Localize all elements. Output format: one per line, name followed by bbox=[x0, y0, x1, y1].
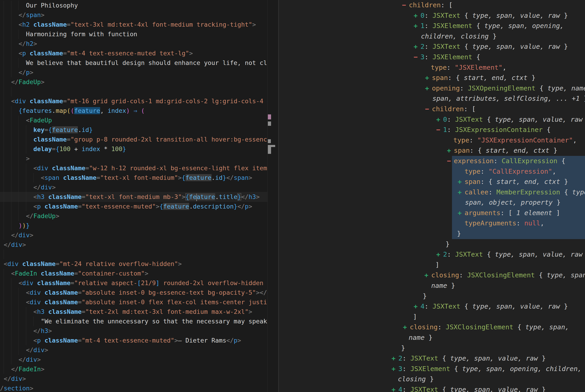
code-line[interactable]: </p> bbox=[0, 68, 267, 77]
code-line[interactable]: </h3> bbox=[0, 326, 267, 336]
ast-panel[interactable]: −children: [+0: JSXText { type, span, va… bbox=[279, 0, 585, 392]
expand-toggle-icon[interactable]: + bbox=[458, 177, 465, 187]
expand-toggle-icon[interactable]: + bbox=[436, 114, 443, 125]
code-line[interactable]: <h3 className="text-2xl md:text-3xl font… bbox=[0, 307, 267, 316]
collapse-toggle-icon[interactable]: − bbox=[425, 104, 432, 114]
ast-line[interactable]: +3: JSXElement { type, span, opening, ch… bbox=[279, 364, 585, 374]
expand-toggle-icon[interactable]: + bbox=[447, 146, 454, 156]
ast-line[interactable]: +arguments: [ 1 element ] bbox=[279, 208, 585, 218]
code-line[interactable]: </div> bbox=[0, 230, 267, 240]
code-line-current[interactable]: <h3 className="text-xl font-medium mb-3"… bbox=[0, 192, 267, 202]
code-line[interactable]: </div> bbox=[0, 240, 267, 250]
collapse-toggle-icon[interactable]: − bbox=[414, 52, 421, 62]
ast-line[interactable]: type: "CallExpression", bbox=[279, 166, 585, 177]
ast-line[interactable]: +opening: JSXOpeningElement { type, name… bbox=[279, 83, 585, 94]
code-line[interactable]: /section> bbox=[0, 384, 267, 392]
ast-line[interactable]: ] bbox=[279, 260, 585, 270]
ast-line[interactable]: +span: { start, end, ctxt } bbox=[279, 73, 585, 83]
code-line[interactable]: </div> bbox=[0, 182, 267, 192]
expand-toggle-icon[interactable]: + bbox=[414, 21, 421, 31]
code-line[interactable] bbox=[0, 250, 267, 259]
code-line[interactable]: > bbox=[0, 154, 267, 164]
expand-toggle-icon[interactable]: + bbox=[403, 322, 410, 332]
expand-toggle-icon[interactable]: + bbox=[458, 187, 465, 198]
code-line[interactable]: We believe that beautiful design should … bbox=[0, 58, 267, 68]
expand-toggle-icon[interactable]: + bbox=[414, 10, 421, 21]
ast-line[interactable]: +4: JSXText { type, span, value, raw } bbox=[279, 384, 585, 392]
ast-line[interactable]: span, attributes, selfClosing, ... +1 } bbox=[279, 94, 585, 104]
ast-line[interactable]: +1: JSXElement { type, span, opening, bbox=[279, 21, 585, 31]
expand-toggle-icon[interactable]: + bbox=[425, 73, 432, 83]
code-line[interactable]: {features.map((feature, index) ⇒ ( bbox=[0, 106, 267, 116]
ast-line[interactable]: name } bbox=[279, 332, 585, 343]
ast-line[interactable]: −3: JSXElement { bbox=[279, 52, 585, 62]
code-line[interactable]: <FadeUp bbox=[0, 116, 267, 125]
ast-line[interactable]: +0: JSXText { type, span, value, raw } bbox=[279, 114, 585, 125]
expand-toggle-icon[interactable]: + bbox=[414, 42, 421, 52]
expand-toggle-icon[interactable]: + bbox=[392, 364, 398, 374]
code-line[interactable]: className="group p-8 rounded-2xl transit… bbox=[0, 135, 267, 144]
ast-line[interactable]: +2: JSXText { type, span, value, raw } bbox=[279, 42, 585, 52]
code-editor-panel[interactable]: Our Philosophy </span> <h2 className="te… bbox=[0, 0, 267, 392]
ast-line[interactable]: closing } bbox=[279, 374, 585, 384]
code-line[interactable]: <FadeIn className="container-custom"> bbox=[0, 269, 267, 278]
code-line[interactable]: </div> bbox=[0, 345, 267, 355]
ast-line[interactable]: } bbox=[279, 239, 585, 250]
ast-line[interactable]: +callee: MemberExpression { type, bbox=[279, 187, 585, 198]
expand-toggle-icon[interactable]: + bbox=[425, 83, 432, 94]
ast-line[interactable]: +2: JSXText { type, span, value, raw } bbox=[279, 353, 585, 364]
code-line[interactable]: </h2> bbox=[0, 39, 267, 48]
code-line[interactable]: <div className="absolute inset-0 bg-esse… bbox=[0, 288, 267, 298]
code-line[interactable]: <p className="mt-4 text-essence-muted te… bbox=[0, 48, 267, 58]
code-line[interactable]: delay={100 + index * 100} bbox=[0, 144, 267, 154]
ast-line[interactable]: −children: [ bbox=[279, 0, 585, 10]
code-line[interactable]: <h2 className="text-3xl md:text-4xl font… bbox=[0, 20, 267, 30]
ast-line[interactable]: } bbox=[279, 291, 585, 302]
ast-line[interactable]: name } bbox=[279, 280, 585, 291]
ast-line[interactable]: +0: JSXText { type, span, value, raw } bbox=[279, 10, 585, 21]
ast-line[interactable]: } bbox=[279, 228, 585, 239]
ast-line[interactable]: typeArguments: null, bbox=[279, 218, 585, 228]
expand-toggle-icon[interactable]: + bbox=[424, 270, 431, 280]
collapse-toggle-icon[interactable]: − bbox=[447, 156, 454, 166]
code-line[interactable]: </span> bbox=[0, 10, 267, 20]
ast-line[interactable]: −expression: CallExpression { bbox=[279, 156, 585, 166]
expand-toggle-icon[interactable]: + bbox=[414, 301, 421, 312]
code-line[interactable]: </div> bbox=[0, 374, 267, 384]
code-line[interactable]: <div className="absolute inset-0 flex fl… bbox=[0, 298, 267, 307]
code-line[interactable]: <p className="text-essence-muted">{featu… bbox=[0, 202, 267, 211]
code-line[interactable]: <div className="relative aspect-[21/9] r… bbox=[0, 278, 267, 288]
collapse-toggle-icon[interactable]: − bbox=[402, 0, 409, 10]
ast-line[interactable]: type: "JSXExpressionContainer", bbox=[279, 135, 585, 146]
ast-line[interactable]: children, closing } bbox=[279, 31, 585, 42]
ast-line[interactable]: span, object, property } bbox=[279, 197, 585, 208]
ast-line[interactable]: +2: JSXText { type, span, value, raw } bbox=[279, 249, 585, 260]
ast-line[interactable]: +span: { start, end, ctxt } bbox=[279, 146, 585, 156]
code-line[interactable]: <div className="mt-24 relative overflow-… bbox=[0, 259, 267, 269]
ast-line[interactable]: } bbox=[279, 343, 585, 354]
code-line[interactable]: key={feature.id} bbox=[0, 125, 267, 135]
ast-line[interactable]: −1: JSXExpressionContainer { bbox=[279, 125, 585, 135]
ast-line[interactable]: ] bbox=[279, 312, 585, 322]
expand-toggle-icon[interactable]: + bbox=[392, 353, 398, 364]
code-line[interactable]: Harmonizing form with function bbox=[0, 30, 267, 39]
code-line[interactable]: <div className="mt-16 grid grid-cols-1 m… bbox=[0, 96, 267, 106]
code-line[interactable]: <p className="mt-4 text-essence-muted">—… bbox=[0, 336, 267, 345]
code-line[interactable]: </FadeUp> bbox=[0, 77, 267, 87]
code-line[interactable]: <div className="w-12 h-12 rounded-xl bg-… bbox=[0, 164, 267, 173]
code-line[interactable]: Our Philosophy bbox=[0, 1, 267, 10]
ast-line[interactable]: type: "JSXElement", bbox=[279, 62, 585, 73]
expand-toggle-icon[interactable]: + bbox=[392, 384, 398, 392]
ast-line[interactable]: +closing: JSXClosingElement { type, span… bbox=[279, 322, 585, 332]
collapse-toggle-icon[interactable]: − bbox=[436, 125, 443, 135]
code-line[interactable]: </FadeIn> bbox=[0, 364, 267, 374]
ast-line[interactable]: +span: { start, end, ctxt } bbox=[279, 177, 585, 187]
ast-line[interactable]: +4: JSXText { type, span, value, raw } bbox=[279, 301, 585, 312]
code-line[interactable]: "We eliminate the unnecessary so that th… bbox=[0, 316, 267, 326]
ast-line[interactable]: +closing: JSXClosingElement { type, span… bbox=[279, 270, 585, 280]
ast-line[interactable]: −children: [ bbox=[279, 104, 585, 114]
code-line[interactable]: <span className="text-xl font-medium">{f… bbox=[0, 173, 267, 182]
code-line[interactable]: ))} bbox=[0, 221, 267, 230]
code-line[interactable]: </FadeUp> bbox=[0, 211, 267, 221]
code-line[interactable] bbox=[0, 87, 267, 96]
